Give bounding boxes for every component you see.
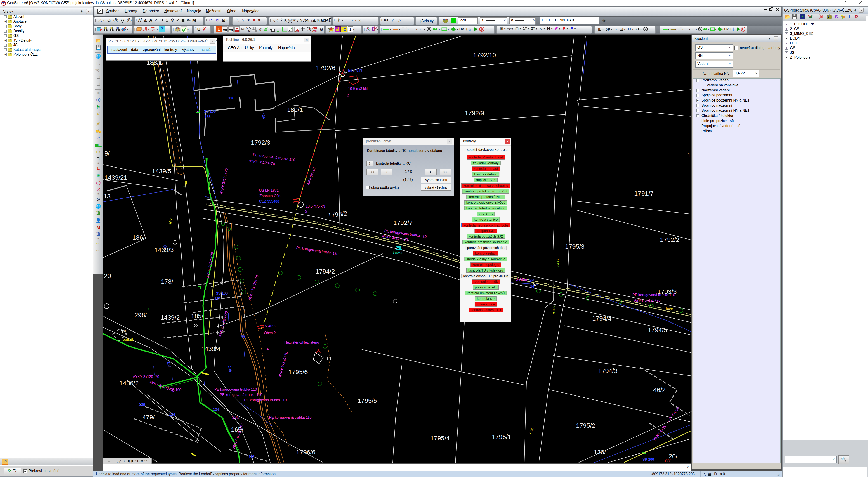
svg-text:1792/10: 1792/10: [473, 52, 496, 59]
svg-text:SS 100: SS 100: [204, 110, 216, 113]
svg-text:PE korugovaná trubka 110: PE korugovaná trubka 110: [214, 387, 257, 391]
svg-text:115: 115: [249, 455, 254, 459]
svg-text:PE korugovaná trubka 110: PE korugovaná trubka 110: [220, 393, 262, 397]
svg-text:1795/2: 1795/2: [576, 422, 595, 429]
svg-text:AYKY 3x120+70: AYKY 3x120+70: [278, 351, 288, 378]
svg-text:cesta: cesta: [552, 306, 556, 315]
svg-text:ZIP: ZIP: [223, 29, 226, 32]
svg-text:479/: 479/: [143, 414, 155, 421]
svg-text:???: ???: [664, 458, 671, 462]
svg-text:AYKY 3x120+70: AYKY 3x120+70: [206, 251, 214, 278]
svg-text:1792/6: 1792/6: [316, 64, 336, 71]
svg-text:PE korugovaná trubka 110: PE korugovaná trubka 110: [244, 398, 287, 402]
svg-text:Zapnuto Ofin: Zapnuto Ofin: [259, 194, 281, 198]
svg-text:136: 136: [228, 96, 235, 100]
svg-text:XML: XML: [229, 30, 232, 32]
svg-text:1793/2: 1793/2: [328, 210, 347, 219]
svg-text:US LN 1871: US LN 1871: [259, 188, 279, 192]
svg-text:186/: 186/: [132, 234, 145, 241]
svg-text:šikk: šikk: [168, 218, 173, 225]
svg-text:1795/3: 1795/3: [565, 243, 585, 250]
svg-text:178/: 178/: [161, 278, 174, 285]
svg-text:1795/6: 1795/6: [288, 368, 308, 376]
svg-text:1792/3: 1792/3: [251, 139, 270, 146]
svg-text:Info N.R: Info N.R: [348, 69, 362, 72]
svg-text:AYKY 3x120+70: AYKY 3x120+70: [133, 375, 159, 379]
svg-text:9/: 9/: [104, 150, 110, 157]
svg-text:139: 139: [166, 361, 171, 368]
svg-text:gar.: gar.: [121, 329, 127, 333]
svg-text:1791/7: 1791/7: [634, 190, 654, 197]
svg-text:124: 124: [169, 412, 175, 416]
svg-text:AYKY 3x120+70: AYKY 3x120+70: [249, 159, 275, 166]
svg-text:99: 99: [241, 335, 245, 339]
svg-text:CEZ 355400: CEZ 355400: [259, 199, 279, 203]
svg-text:2: 2: [347, 94, 349, 97]
svg-text:1439/4: 1439/4: [201, 346, 221, 352]
svg-text:AYKY 4x35: AYKY 4x35: [666, 406, 680, 423]
svg-text:A: A: [246, 27, 248, 29]
svg-text:PE korugovaná trubka 110: PE korugovaná trubka 110: [632, 293, 675, 297]
svg-text:136: 136: [205, 115, 211, 119]
svg-text:SSU: SSU: [232, 416, 239, 419]
svg-text:3: 3: [305, 210, 307, 213]
svg-text:139: 139: [228, 366, 232, 372]
svg-text:17: 17: [687, 151, 692, 158]
svg-text:180/1: 180/1: [287, 106, 303, 113]
svg-text:1792/9: 1792/9: [465, 110, 484, 117]
svg-text:1795/1: 1795/1: [492, 434, 511, 440]
svg-text:1439/5: 1439/5: [152, 168, 171, 175]
svg-text:keře: keře: [666, 307, 673, 311]
svg-text:1436/2: 1436/2: [119, 380, 139, 387]
svg-text:298/: 298/: [134, 311, 147, 319]
svg-text:1794/2: 1794/2: [315, 268, 335, 275]
svg-text:PE korugovaná trubka 110: PE korugovaná trubka 110: [296, 245, 339, 256]
svg-text:1792/7: 1792/7: [393, 219, 413, 226]
svg-text:1796/6: 1796/6: [296, 449, 315, 456]
svg-text:AlFe 3x42/7: AlFe 3x42/7: [306, 166, 316, 186]
svg-text:1794/3: 1794/3: [598, 367, 618, 375]
svg-text:8P: 8P: [529, 278, 534, 282]
svg-text:trubka: trubka: [393, 250, 402, 254]
svg-text:LN 4052: LN 4052: [263, 324, 276, 328]
svg-text:SS 100: SS 100: [216, 291, 228, 295]
svg-text:Hazjištěno/Nezjištěno: Hazjištěno/Nezjištěno: [284, 340, 319, 344]
svg-text:AYKY 3x120+70: AYKY 3x120+70: [248, 275, 259, 301]
svg-text:13: 13: [103, 193, 111, 200]
svg-text:1792/2: 1792/2: [660, 236, 680, 243]
svg-text:žlab: žlab: [183, 180, 188, 188]
svg-text:10,5 m/6 kN: 10,5 m/6 kN: [306, 204, 325, 208]
svg-text:1794/5: 1794/5: [648, 327, 667, 334]
svg-text:1,3 Ohm: 1,3 Ohm: [513, 278, 527, 282]
svg-text:1795/4: 1795/4: [430, 435, 450, 442]
svg-text:ANN: ANN: [312, 30, 317, 32]
svg-text:ATR: ATR: [312, 27, 317, 29]
svg-text:1794/4: 1794/4: [592, 315, 612, 322]
svg-text:137: 137: [214, 297, 220, 300]
svg-text:124: 124: [213, 408, 219, 412]
svg-text:PE korugovaná trubka 110: PE korugovaná trubka 110: [269, 416, 311, 419]
svg-text:1439/2: 1439/2: [160, 314, 180, 321]
svg-text:24: 24: [530, 285, 534, 288]
svg-text:SS 100: SS 100: [169, 388, 182, 392]
svg-text:SP 200: SP 200: [643, 457, 654, 461]
svg-text:1439/21: 1439/21: [104, 174, 127, 181]
svg-text:185/: 185/: [191, 312, 204, 320]
svg-text:136: 136: [139, 403, 145, 407]
svg-text:136: 136: [261, 113, 266, 119]
svg-text:Obec 2: Obec 2: [264, 331, 276, 335]
svg-text:zatr.dl.: zatr.dl.: [123, 338, 134, 341]
svg-text:136/: 136/: [594, 449, 606, 456]
svg-text:4: 4: [267, 347, 269, 351]
svg-text:AYKY 3x120+70: AYKY 3x120+70: [218, 310, 228, 337]
svg-text:AYKY 3x120+70: AYKY 3x120+70: [634, 298, 660, 302]
svg-text:N: N: [248, 30, 250, 32]
svg-text:1795/5: 1795/5: [358, 397, 377, 404]
svg-text:UP: UP: [308, 28, 311, 31]
svg-text:10,5 m/3 kN: 10,5 m/3 kN: [348, 87, 368, 91]
svg-text:AYKY 3x120+70: AYKY 3x120+70: [219, 168, 228, 195]
svg-text:cesta: cesta: [556, 259, 560, 268]
svg-text:20: 20: [104, 272, 111, 279]
svg-text:TM0: TM0: [151, 27, 155, 29]
svg-text:100: 100: [240, 329, 246, 333]
